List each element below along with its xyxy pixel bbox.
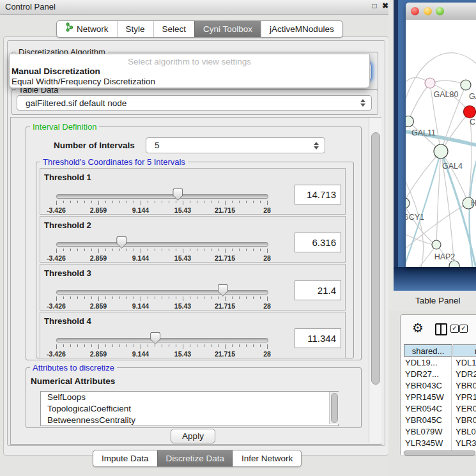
tick-mark: [119, 249, 120, 251]
table-row[interactable]: YBL079WYBL0: [401, 426, 476, 438]
network-node[interactable]: [406, 198, 410, 208]
network-node-label: GA: [469, 92, 476, 101]
tick-label: 21.715: [206, 254, 244, 262]
network-window-titlebar[interactable]: [406, 3, 476, 20]
network-canvas[interactable]: GAL80GAGAL11CGAL4GCY1HHAP2: [406, 20, 476, 267]
mac-zoom-icon[interactable]: [436, 7, 444, 15]
table-row[interactable]: YBR043CYBR0: [401, 380, 476, 392]
algorithm-popup: Select algorithm to view settings Manual…: [9, 54, 370, 88]
tick-mark: [98, 201, 99, 205]
threshold-value-field[interactable]: 6.316: [295, 233, 341, 252]
tick-mark: [155, 249, 155, 251]
slider-track[interactable]: [56, 290, 268, 295]
settings-scrollbar-thumb[interactable]: [371, 132, 380, 385]
table-row[interactable]: YLR345WYLR3: [401, 438, 476, 449]
table-hscrollbar[interactable]: [403, 450, 476, 456]
network-node[interactable]: [461, 80, 471, 90]
network-node[interactable]: [432, 240, 441, 249]
tab-cyni-toolbox[interactable]: Cyni Toolbox: [194, 21, 261, 37]
tick-mark: [91, 201, 92, 203]
table-row[interactable]: YBR045CYBR0: [401, 415, 476, 426]
popup-option[interactable]: Equal Width/Frequency Discretization: [12, 77, 155, 86]
attribute-item[interactable]: BetweennessCentrality: [41, 415, 338, 426]
cell-shared-name: YDR27...: [404, 369, 452, 380]
tab-jactivemnodules[interactable]: jActiveMNodules: [261, 21, 342, 37]
popup-option[interactable]: Manual Discretization: [12, 66, 100, 76]
column-header-name[interactable]: n: [453, 344, 476, 357]
table-row[interactable]: YPR145WYPR1: [401, 392, 476, 403]
num-intervals-combobox[interactable]: 5: [146, 137, 325, 153]
tab-discretize-data[interactable]: Discretize Data: [157, 450, 233, 466]
slider-track[interactable]: [56, 242, 268, 247]
slider-thumb[interactable]: [116, 236, 127, 249]
attributes-scrollbar-thumb[interactable]: [331, 393, 338, 423]
gear-icon[interactable]: ⚙: [412, 320, 424, 335]
tick-mark: [190, 249, 190, 251]
cell-name: YBL0: [453, 426, 476, 438]
slider-thumb[interactable]: [150, 332, 160, 344]
tick-mark: [197, 344, 197, 347]
tick-mark: [77, 201, 78, 203]
table-panel-title: Table Panel: [415, 296, 461, 305]
table-data-combobox[interactable]: galFiltered.sif default node: [17, 95, 372, 111]
tick-label: -3.426: [37, 302, 75, 310]
tick-mark: [134, 344, 134, 347]
float-window-icon[interactable]: □: [369, 1, 380, 12]
tick-mark: [225, 249, 226, 253]
checkbox-icon[interactable]: ✓: [459, 325, 468, 333]
network-desktop: GAL80GAGAL11CGAL4GCY1HHAP2: [388, 0, 476, 291]
tick-mark: [77, 296, 78, 299]
tab-network[interactable]: Network: [57, 21, 117, 37]
slider-track[interactable]: [56, 338, 268, 342]
tick-mark: [169, 201, 169, 203]
mac-close-icon[interactable]: [411, 7, 419, 15]
tab-infer-network[interactable]: Infer Network: [233, 450, 301, 466]
network-node[interactable]: [406, 116, 414, 127]
tab-style[interactable]: Style: [117, 21, 153, 37]
network-node[interactable]: [434, 144, 448, 158]
apply-button[interactable]: Apply: [171, 429, 215, 443]
threshold-value-field[interactable]: 11.344: [295, 328, 341, 348]
tab-label: Cyni Toolbox: [203, 21, 252, 37]
attribute-item[interactable]: SelfLoops: [41, 392, 338, 403]
network-node[interactable]: [449, 261, 459, 267]
tick-mark: [105, 344, 106, 347]
settings-scrollbar[interactable]: [369, 118, 381, 443]
tick-mark: [204, 201, 204, 203]
tick-mark: [176, 296, 176, 299]
slider-thumb[interactable]: [218, 284, 228, 296]
tick-label: 21.715: [206, 350, 244, 358]
column-header-shared-name[interactable]: shared...: [404, 344, 452, 357]
threshold-value-field[interactable]: 21.4: [295, 280, 341, 300]
table-row[interactable]: YDL19...YDL1: [401, 357, 476, 369]
table-row[interactable]: YDR27...YDR2: [401, 369, 476, 380]
network-node[interactable]: [464, 106, 476, 118]
slider-track[interactable]: [56, 194, 268, 199]
tick-label: 2.859: [79, 302, 118, 310]
tick-mark: [70, 249, 71, 251]
tick-mark: [134, 249, 134, 251]
tab-select[interactable]: Select: [153, 21, 195, 37]
tick-mark: [239, 344, 240, 347]
desktop-gradient-band: [394, 267, 476, 291]
checkbox-icon[interactable]: ✓: [450, 325, 459, 333]
network-node[interactable]: [425, 78, 435, 88]
attributes-scrollbar[interactable]: [329, 392, 339, 424]
threshold-panel: Threshold 4-3.4262.8599.14415.4321.71528…: [40, 312, 346, 358]
table-row[interactable]: YER054CYER0: [401, 403, 476, 415]
attribute-item[interactable]: TopologicalCoefficient: [41, 403, 338, 415]
tick-mark: [84, 201, 85, 203]
numerical-attributes-label: Numerical Attributes: [31, 376, 115, 386]
tick-mark: [225, 296, 226, 301]
threshold-title: Threshold 1: [44, 173, 91, 182]
threshold-value-field[interactable]: 14.713: [295, 185, 341, 204]
threshold-panel: Threshold 2-3.4262.8599.14415.4321.71528…: [40, 216, 346, 263]
tick-mark: [56, 344, 57, 349]
table-hscrollbar-thumb[interactable]: [404, 450, 475, 456]
columns-icon[interactable]: [435, 323, 447, 335]
slider-thumb[interactable]: [173, 188, 183, 201]
mac-minimize-icon[interactable]: [424, 7, 432, 15]
combo-stepper-icon: [314, 142, 319, 150]
bottom-tab-bar: Impute DataDiscretize DataInfer Network: [93, 450, 302, 467]
tab-impute-data[interactable]: Impute Data: [93, 450, 157, 466]
